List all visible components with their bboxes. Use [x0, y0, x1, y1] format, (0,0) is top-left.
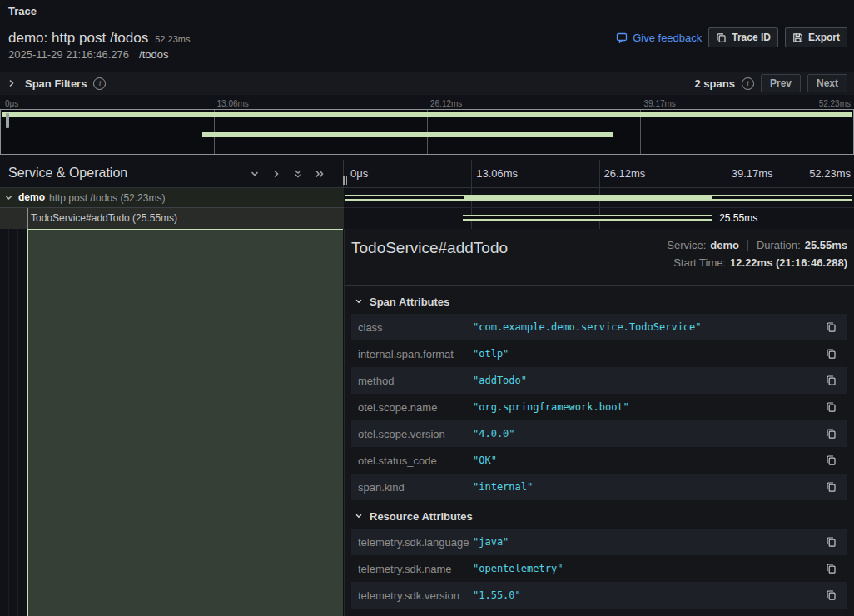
attribute-key: internal.span.format	[358, 348, 473, 360]
give-feedback-link[interactable]: Give feedback	[616, 32, 702, 44]
filters-right-group: 2 spans i Prev Next	[695, 74, 847, 92]
attribute-row: telemetry.sdk.name "opentelemetry"	[351, 555, 847, 582]
span-filters-label: Span Filters	[25, 77, 87, 90]
span-row-root-timeline[interactable]	[344, 188, 854, 208]
divider	[747, 240, 748, 251]
span-filters-toggle[interactable]: Span Filters	[7, 77, 87, 90]
minimap-tick-labels: 0μs 13.06ms 26.12ms 39.17ms 52.23ms	[0, 98, 854, 109]
copy-value-button[interactable]	[826, 400, 841, 414]
minimap-tick: 26.12ms	[430, 99, 462, 108]
span-count: 2 spans	[695, 77, 735, 90]
copy-value-button[interactable]	[826, 347, 841, 360]
minimap-drag-handle[interactable]	[6, 113, 9, 128]
export-button[interactable]: Export	[785, 27, 847, 47]
comment-icon	[616, 32, 628, 43]
span-row-child-label[interactable]: TodoService#addTodo (25.55ms)	[0, 208, 344, 229]
chevron-right-icon[interactable]	[271, 169, 281, 179]
resource-attributes-toggle[interactable]: Resource Attributes	[355, 504, 854, 529]
timeline-tick: 52.23ms	[809, 167, 851, 180]
minimap-span-bar	[2, 112, 852, 117]
double-chevron-down-icon[interactable]	[293, 169, 303, 179]
minimap-viewport[interactable]	[0, 109, 854, 155]
attribute-key: span.kind	[358, 481, 473, 494]
copy-value-button[interactable]	[826, 454, 841, 467]
span-meta-line: Start Time: 12.22ms (21:16:46.288)	[667, 254, 847, 271]
attribute-row: otel.scope.name "org.springframework.boo…	[351, 394, 847, 420]
minimap-tick: 52.23ms	[819, 99, 851, 108]
column-resize-grip[interactable]	[343, 176, 347, 185]
operation-name: TodoService#addTodo (25.55ms)	[31, 212, 177, 224]
service-operation-title: Service & Operation	[8, 166, 127, 181]
copy-value-button[interactable]	[826, 320, 841, 334]
attribute-row: class "com.example.demo.service.TodoServ…	[351, 314, 847, 340]
span-row-root: demo http post /todos (52.23ms)	[0, 188, 854, 208]
trace-id-button[interactable]: Trace ID	[708, 27, 778, 47]
timeline-tick: 0μs	[350, 167, 368, 180]
operation-name: http post /todos (52.23ms)	[49, 192, 165, 204]
minimap-tick: 39.17ms	[644, 99, 676, 108]
attribute-row: telemetry.sdk.version "1.55.0"	[351, 582, 847, 609]
resource-attributes-table: telemetry.sdk.language "java" telemetry.…	[351, 529, 847, 609]
trace-duration: 52.23ms	[155, 34, 190, 44]
attribute-value: "addTodo"	[473, 375, 826, 386]
trace-title: demo: http post /todos52.23ms	[8, 30, 190, 47]
timeline-tick: 39.17ms	[732, 167, 773, 180]
attribute-value: "otlp"	[473, 348, 826, 360]
resource-attributes-title: Resource Attributes	[370, 510, 473, 523]
span-detail-title: TodoService#addTodo	[351, 239, 508, 257]
duration-label: Duration:	[757, 236, 801, 254]
copy-value-button[interactable]	[826, 562, 841, 575]
service-name: demo	[18, 191, 45, 203]
chevron-down-icon[interactable]	[250, 169, 260, 179]
critical-path-segment	[345, 196, 464, 199]
span-bar-selected[interactable]	[463, 215, 712, 221]
trace-subtitle: 2025-11-29 21:16:46.276/todos	[8, 48, 168, 61]
copy-value-button[interactable]	[826, 535, 841, 549]
copy-value-button[interactable]	[826, 589, 841, 602]
span-bar[interactable]	[345, 195, 852, 201]
span-row-root-label[interactable]: demo http post /todos (52.23ms)	[0, 188, 344, 208]
double-chevron-right-icon[interactable]	[315, 169, 325, 179]
attribute-value: "opentelemetry"	[473, 563, 826, 574]
copy-value-button[interactable]	[826, 480, 841, 494]
detail-area: TodoService#addTodo Service: demo Durati…	[0, 229, 854, 616]
span-attributes-toggle[interactable]: Span Attributes	[355, 289, 854, 314]
span-row-child-timeline[interactable]: 25.55ms	[344, 208, 854, 229]
info-icon[interactable]: i	[742, 77, 754, 90]
attribute-key: otel.scope.name	[358, 401, 473, 414]
attribute-row: method "addTodo"	[351, 367, 847, 394]
span-rows: demo http post /todos (52.23ms) TodoServ…	[0, 188, 854, 229]
trace-minimap: 0μs 13.06ms 26.12ms 39.17ms 52.23ms	[0, 98, 854, 155]
timeline-gridline	[599, 160, 600, 187]
copy-value-button[interactable]	[826, 374, 841, 387]
trace-header: demo: http post /todos52.23ms 2025-11-29…	[0, 23, 854, 70]
selected-span-highlight[interactable]	[27, 229, 343, 616]
trace-actions: Give feedback Trace ID Export	[616, 27, 847, 47]
attribute-key: otel.scope.version	[358, 428, 473, 440]
save-icon	[792, 32, 803, 43]
tree-guide-line	[27, 208, 28, 229]
start-time-value: 12.22ms (21:16:46.288)	[730, 254, 847, 271]
trace-title-text: demo: http post /todos	[8, 30, 148, 46]
attribute-value: "com.example.demo.service.TodoService"	[473, 321, 826, 333]
chevron-down-icon[interactable]	[4, 193, 13, 202]
attribute-key: otel.status_code	[358, 455, 473, 467]
info-icon[interactable]: i	[93, 77, 106, 90]
span-attributes-title: Span Attributes	[370, 296, 449, 308]
timeline-gridline	[727, 160, 727, 187]
minimap-span-bar	[202, 132, 614, 137]
copy-value-button[interactable]	[826, 427, 841, 440]
timeline-tick: 26.12ms	[604, 167, 646, 180]
copy-icon	[716, 32, 727, 43]
attribute-key: telemetry.sdk.name	[358, 563, 473, 575]
prev-span-button[interactable]: Prev	[761, 74, 801, 92]
timeline-gridline	[471, 160, 472, 187]
service-value: demo	[710, 236, 739, 254]
service-label: Service:	[667, 236, 706, 254]
chevron-right-icon	[7, 78, 17, 88]
minimap-tick: 13.06ms	[217, 99, 249, 108]
span-row-child: TodoService#addTodo (25.55ms) 25.55ms	[0, 208, 854, 229]
tree-column	[0, 229, 344, 616]
timeline-header: Service & Operation 0μs	[0, 160, 854, 188]
next-span-button[interactable]: Next	[807, 74, 847, 92]
